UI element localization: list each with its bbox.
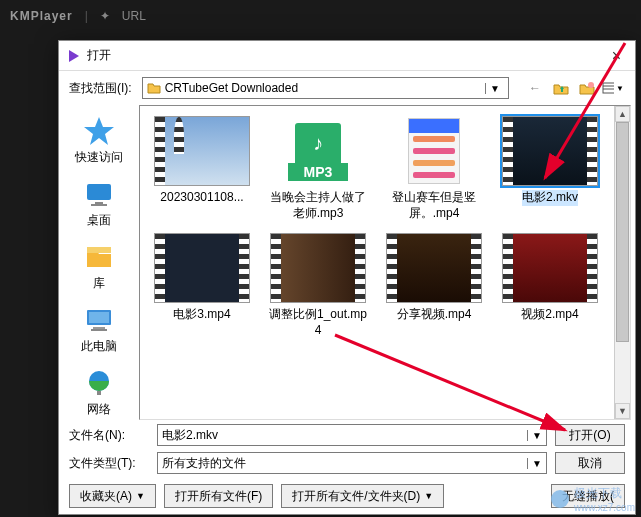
mp3-thumbnail: ♪MP3	[270, 116, 366, 186]
cancel-button[interactable]: 取消	[555, 452, 625, 474]
sidebar-item-label: 库	[93, 275, 105, 292]
sidebar-this-pc[interactable]: 此电脑	[59, 300, 139, 359]
svg-rect-13	[91, 329, 107, 331]
watermark-icon	[550, 489, 570, 509]
video-thumbnail	[386, 116, 482, 186]
filetype-label: 文件类型(T):	[69, 455, 149, 472]
video-thumbnail	[502, 233, 598, 303]
video-thumbnail	[154, 116, 250, 186]
app-title: KMPlayer	[10, 9, 73, 23]
folder-icon	[147, 81, 161, 95]
scroll-down-button[interactable]: ▼	[615, 403, 630, 419]
svg-line-17	[335, 335, 565, 430]
annotation-arrow-2	[330, 330, 590, 450]
pc-icon	[83, 304, 115, 336]
file-item[interactable]: 调整比例1_out.mp4	[264, 233, 372, 338]
chevron-down-icon: ▼	[527, 458, 542, 469]
svg-rect-11	[89, 312, 109, 323]
file-name: 当晚会主持人做了老师.mp3	[268, 190, 368, 221]
desktop-icon	[83, 178, 115, 210]
sidebar-item-label: 桌面	[87, 212, 111, 229]
url-label[interactable]: URL	[122, 9, 146, 23]
svg-rect-8	[91, 204, 107, 206]
play-icon	[67, 49, 81, 63]
file-name: 分享视频.mp4	[397, 307, 472, 323]
file-item[interactable]: 电影3.mp4	[148, 233, 256, 338]
watermark: 极光下载 www.xz7.com	[550, 485, 635, 513]
svg-marker-5	[84, 117, 114, 145]
star-icon	[83, 115, 115, 147]
sidebar-item-label: 此电脑	[81, 338, 117, 355]
svg-rect-9	[87, 247, 111, 253]
open-all-files-button[interactable]: 打开所有文件(F)	[164, 484, 273, 508]
folder-name: CRTubeGet Downloaded	[165, 81, 485, 95]
svg-marker-0	[69, 50, 79, 62]
svg-rect-15	[97, 391, 101, 395]
file-name: 20230301108...	[160, 190, 243, 206]
bottom-buttons: 收藏夹(A)▼ 打开所有文件(F) 打开所有文件/文件夹(D)▼ 无缝播放(	[59, 478, 635, 514]
file-item[interactable]: 登山赛车但是竖屏。.mp4	[380, 116, 488, 221]
folder-dropdown[interactable]: CRTubeGet Downloaded ▼	[142, 77, 509, 99]
open-all-subfolders-button[interactable]: 打开所有文件/文件夹(D)▼	[281, 484, 444, 508]
filetype-value: 所有支持的文件	[162, 455, 246, 472]
svg-rect-12	[93, 327, 105, 329]
svg-line-16	[545, 43, 625, 178]
file-item[interactable]: 20230301108...	[148, 116, 256, 221]
sidebar-item-label: 快速访问	[75, 149, 123, 166]
file-name: 电影3.mp4	[173, 307, 230, 323]
file-name: 视频2.mp4	[521, 307, 578, 323]
look-in-label: 查找范围(I):	[69, 80, 132, 97]
video-thumbnail	[154, 233, 250, 303]
filename-label: 文件名(N):	[69, 427, 149, 444]
file-item[interactable]: ♪MP3当晚会主持人做了老师.mp3	[264, 116, 372, 221]
filename-value: 电影2.mkv	[162, 427, 218, 444]
svg-rect-6	[87, 184, 111, 200]
file-item[interactable]: 分享视频.mp4	[380, 233, 488, 338]
separator: |	[85, 9, 88, 23]
file-item[interactable]: 视频2.mp4	[496, 233, 604, 338]
dialog-title: 打开	[87, 47, 606, 64]
sidebar-desktop[interactable]: 桌面	[59, 174, 139, 233]
bolt-icon[interactable]: ✦	[100, 9, 110, 23]
sidebar-network[interactable]: 网络	[59, 363, 139, 420]
library-icon	[83, 241, 115, 273]
file-name: 登山赛车但是竖屏。.mp4	[384, 190, 484, 221]
video-thumbnail	[270, 233, 366, 303]
places-sidebar: 快速访问 桌面 库 此电脑 网络	[59, 105, 139, 420]
sidebar-libraries[interactable]: 库	[59, 237, 139, 296]
sidebar-item-label: 网络	[87, 401, 111, 418]
filetype-row: 文件类型(T): 所有支持的文件 ▼ 取消	[69, 452, 625, 474]
filetype-select[interactable]: 所有支持的文件 ▼	[157, 452, 547, 474]
network-icon	[83, 367, 115, 399]
chevron-down-icon: ▼	[485, 83, 504, 94]
annotation-arrow-1	[530, 38, 640, 198]
video-thumbnail	[386, 233, 482, 303]
app-titlebar: KMPlayer | ✦ URL	[0, 0, 641, 32]
svg-point-18	[551, 490, 569, 508]
sidebar-quick-access[interactable]: 快速访问	[59, 111, 139, 170]
favorites-button[interactable]: 收藏夹(A)▼	[69, 484, 156, 508]
svg-rect-7	[95, 202, 103, 204]
